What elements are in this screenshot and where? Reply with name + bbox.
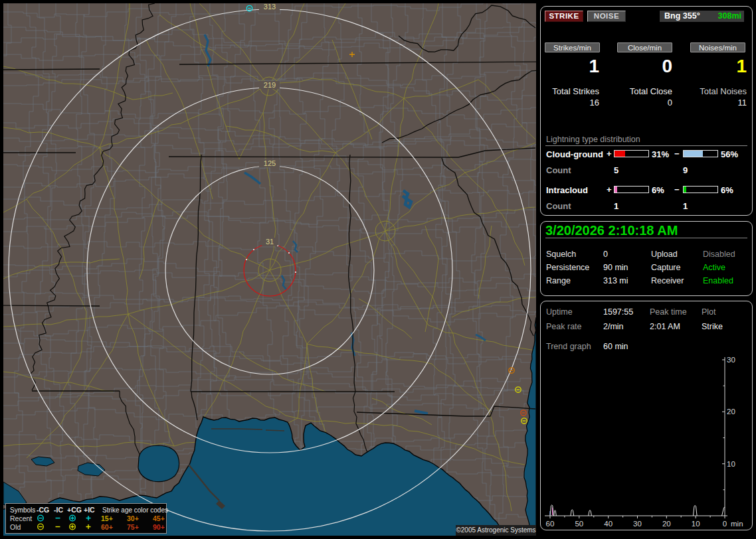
svg-text:20: 20: [662, 520, 671, 528]
svg-text:50: 50: [575, 520, 583, 528]
svg-text:219: 219: [264, 81, 276, 89]
svg-text:30: 30: [633, 520, 642, 528]
svg-text:min: min: [731, 520, 743, 528]
svg-text:31: 31: [266, 238, 274, 246]
svg-text:0: 0: [723, 520, 727, 528]
svg-text:60: 60: [546, 520, 555, 528]
svg-text:313: 313: [264, 3, 276, 11]
svg-text:20: 20: [727, 408, 735, 416]
svg-text:30: 30: [727, 356, 735, 364]
svg-text:10: 10: [692, 520, 700, 528]
svg-text:40: 40: [604, 520, 613, 528]
svg-text:10: 10: [727, 460, 735, 468]
svg-text:125: 125: [264, 159, 276, 167]
